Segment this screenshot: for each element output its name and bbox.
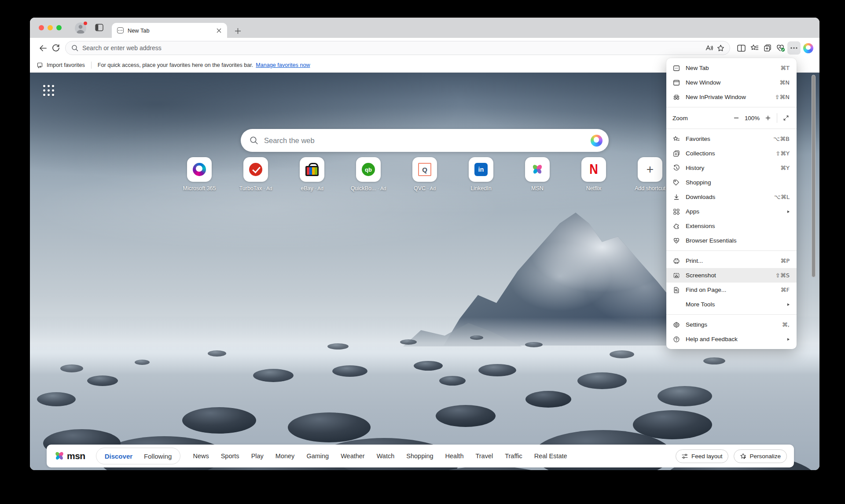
- menu-item-label: Settings: [686, 321, 776, 328]
- page-scrollbar[interactable]: [812, 75, 816, 277]
- favorite-star-icon[interactable]: [715, 42, 726, 54]
- shortcut-netflix[interactable]: N Netflix: [573, 157, 614, 191]
- menu-item-icon-placeholder: [672, 301, 680, 308]
- divider: [91, 62, 92, 69]
- tab-close-icon[interactable]: [215, 26, 223, 34]
- menu-item-new-window[interactable]: New Window ⌘N: [666, 75, 797, 90]
- web-search-input[interactable]: [264, 136, 588, 145]
- collections-icon[interactable]: [761, 41, 774, 55]
- shortcut-ebay[interactable]: eBay · Ad: [292, 157, 332, 191]
- menu-item-apps[interactable]: Apps: [666, 204, 797, 219]
- nav-link-news[interactable]: News: [193, 452, 209, 460]
- nav-link-travel[interactable]: Travel: [475, 452, 493, 460]
- tab-new-tab[interactable]: New Tab: [112, 23, 227, 38]
- shortcut-linkedin[interactable]: in LinkedIn: [461, 157, 501, 191]
- help-icon: [672, 335, 680, 343]
- app-launcher-icon[interactable]: [43, 85, 55, 96]
- close-window-button[interactable]: [39, 25, 44, 30]
- shortcut-label: TurboTax: [239, 185, 262, 191]
- shortcut-turbotax[interactable]: TurboTax · Ad: [235, 157, 276, 191]
- menu-item-shortcut: ⇧⌘Y: [775, 150, 790, 157]
- microsoft-365-icon: [193, 163, 206, 176]
- settings-and-more-button[interactable]: [787, 41, 801, 55]
- read-aloud-icon[interactable]: [703, 42, 715, 54]
- msn-nav-links: News Sports Play Money Gaming Weather Wa…: [193, 452, 567, 460]
- manage-favorites-link[interactable]: Manage favorites now: [256, 62, 310, 68]
- menu-item-more-tools[interactable]: More Tools: [666, 297, 797, 312]
- refresh-button[interactable]: [49, 41, 62, 55]
- menu-item-browser-essentials[interactable]: Browser Essentials: [666, 233, 797, 248]
- new-tab-icon: [672, 64, 680, 72]
- add-shortcut-button[interactable]: + Add shortcut: [630, 157, 670, 191]
- feed-layout-button[interactable]: Feed layout: [676, 449, 729, 463]
- copilot-icon[interactable]: [803, 43, 813, 53]
- menu-item-collections[interactable]: Collections ⇧⌘Y: [666, 146, 797, 161]
- shortcut-label: eBay: [301, 185, 313, 191]
- nav-link-sports[interactable]: Sports: [221, 452, 239, 460]
- menu-item-extensions[interactable]: Extensions: [666, 219, 797, 233]
- settings-gear-icon: [672, 321, 680, 328]
- tab-actions-icon[interactable]: [95, 24, 103, 33]
- nav-link-traffic[interactable]: Traffic: [505, 452, 522, 460]
- menu-item-help-and-feedback[interactable]: Help and Feedback: [666, 332, 797, 346]
- split-screen-icon[interactable]: [735, 41, 748, 55]
- fullscreen-icon[interactable]: [781, 113, 791, 123]
- menu-item-downloads[interactable]: Downloads ⌥⌘L: [666, 190, 797, 204]
- shopping-tag-icon: [672, 179, 680, 186]
- shortcut-quickbooks[interactable]: qb QuickBo... · Ad: [348, 157, 389, 191]
- nav-link-play[interactable]: Play: [251, 452, 264, 460]
- nav-link-gaming[interactable]: Gaming: [306, 452, 329, 460]
- nav-link-watch[interactable]: Watch: [377, 452, 395, 460]
- personalize-button[interactable]: Personalize: [734, 449, 787, 463]
- menu-item-shortcut: ⌘P: [780, 258, 790, 264]
- menu-divider: [666, 107, 797, 107]
- menu-item-screenshot[interactable]: Screenshot ⇧⌘S: [666, 268, 797, 283]
- menu-item-new-tab[interactable]: New Tab ⌘T: [666, 61, 797, 75]
- submenu-arrow-icon: [787, 338, 790, 341]
- menu-item-label: New InPrivate Window: [686, 94, 769, 100]
- web-search-bar[interactable]: [241, 129, 609, 152]
- address-bar[interactable]: [65, 41, 730, 55]
- shortcut-qvc[interactable]: Q QVC · Ad: [404, 157, 445, 191]
- menu-item-settings[interactable]: Settings ⌘,: [666, 317, 797, 332]
- shortcut-microsoft-365[interactable]: Microsoft 365: [179, 157, 220, 191]
- copilot-icon[interactable]: [591, 135, 603, 147]
- shortcut-label: LinkedIn: [470, 185, 491, 191]
- menu-item-shortcut: ⌘F: [781, 287, 790, 293]
- menu-item-label: History: [686, 165, 775, 171]
- shortcut-msn[interactable]: MSN: [517, 157, 558, 191]
- menu-item-favorites[interactable]: Favorites ⌥⌘B: [666, 132, 797, 146]
- minimize-window-button[interactable]: [48, 25, 53, 30]
- ad-badge: · Ad: [378, 186, 386, 191]
- msn-logo[interactable]: msn: [54, 450, 85, 462]
- new-tab-plus-button[interactable]: [233, 26, 242, 35]
- zoom-window-button[interactable]: [56, 25, 62, 30]
- zoom-in-button[interactable]: [763, 113, 773, 123]
- shortcut-label: QuickBo...: [351, 185, 376, 191]
- menu-item-label: Print...: [686, 258, 775, 264]
- menu-divider: [666, 129, 797, 129]
- menu-item-history[interactable]: History ⌘Y: [666, 161, 797, 175]
- menu-item-label: More Tools: [686, 301, 782, 308]
- menu-item-find-on-page[interactable]: Find on Page... ⌘F: [666, 283, 797, 297]
- back-button[interactable]: [36, 41, 49, 55]
- nav-link-weather[interactable]: Weather: [341, 452, 365, 460]
- menu-item-new-inprivate-window[interactable]: New InPrivate Window ⇧⌘N: [666, 90, 797, 104]
- browser-essentials-icon[interactable]: [774, 41, 787, 55]
- nav-link-shopping[interactable]: Shopping: [406, 452, 433, 460]
- tab-following[interactable]: Following: [138, 452, 177, 460]
- nav-link-health[interactable]: Health: [445, 452, 464, 460]
- zoom-out-button[interactable]: [731, 113, 742, 123]
- address-input[interactable]: [82, 44, 703, 52]
- favorites-icon[interactable]: [748, 41, 761, 55]
- menu-item-shopping[interactable]: Shopping: [666, 175, 797, 190]
- import-favorites-button[interactable]: Import favorites: [37, 62, 85, 69]
- tab-discover[interactable]: Discover: [99, 452, 138, 460]
- nav-link-real-estate[interactable]: Real Estate: [534, 452, 567, 460]
- print-icon: [672, 257, 680, 265]
- menu-item-label: Favorites: [686, 136, 768, 142]
- nav-link-money[interactable]: Money: [276, 452, 295, 460]
- menu-item-print[interactable]: Print... ⌘P: [666, 254, 797, 268]
- menu-item-label: Shopping: [686, 179, 784, 186]
- menu-item-label: Downloads: [686, 194, 768, 200]
